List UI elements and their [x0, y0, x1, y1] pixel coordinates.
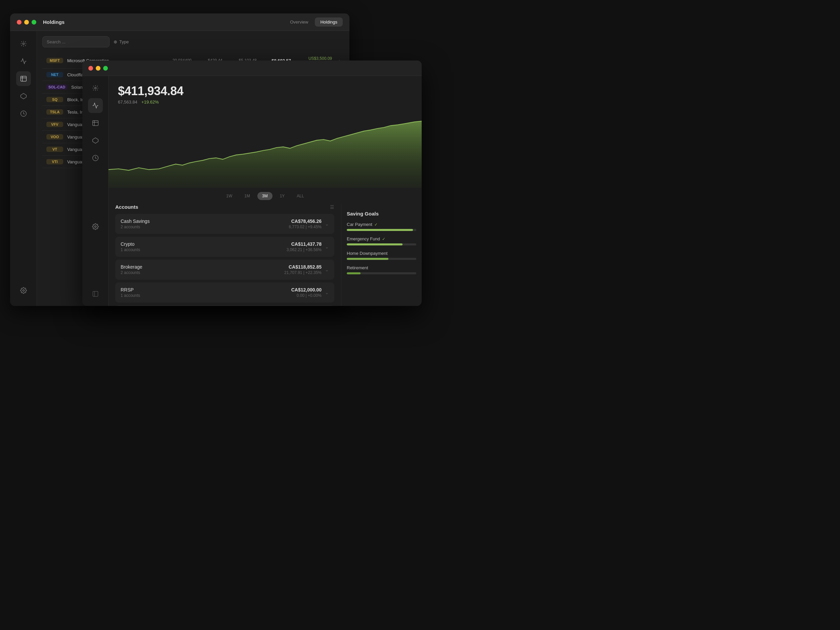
- goal-check-emergency: ✓: [382, 237, 385, 241]
- svg-rect-1: [21, 76, 26, 81]
- type-filter-label: Type: [119, 40, 129, 44]
- change-percent: +19.62%: [142, 100, 159, 104]
- ticker-badge: MSFT: [46, 58, 63, 63]
- ticker-badge: VOO: [46, 134, 63, 139]
- front-sidebar-portfolio[interactable]: [88, 116, 103, 130]
- svg-marker-7: [92, 138, 98, 144]
- account-name-brokerage: Brokerage: [121, 264, 142, 270]
- accounts-title: Accounts: [115, 204, 138, 210]
- account-right-crypto: CA$11,437.78 3,062.21 | +36.56% ⌄: [287, 241, 329, 252]
- account-value-group-crypto: CA$11,437.78 3,062.21 | +36.56%: [287, 241, 322, 252]
- type-filter[interactable]: ⊕ Type: [114, 40, 129, 44]
- svg-point-9: [95, 226, 96, 228]
- maximize-button[interactable]: [32, 20, 36, 25]
- front-sidebar-gear[interactable]: [88, 81, 103, 95]
- tab-overview[interactable]: Overview: [284, 17, 314, 27]
- account-count-brokerage: 2 accounts: [121, 270, 142, 275]
- portfolio-header: $411,934.84 67,563.84 +19.62%: [109, 76, 422, 107]
- account-count-rrsp: 1 accounts: [121, 293, 140, 298]
- goal-bar-bg-retirement: [347, 272, 416, 274]
- goal-bar-bg-car: [347, 229, 416, 231]
- sidebar-back: [10, 31, 37, 306]
- overview-window: $411,934.84 67,563.84 +19.62%: [82, 60, 422, 306]
- ticker-badge: SOL-CAD: [46, 84, 67, 90]
- portfolio-chart: [109, 107, 422, 188]
- sidebar-icon-chart[interactable]: [16, 54, 31, 68]
- account-chevron-crypto: ⌄: [325, 244, 329, 249]
- goal-header-car: Car Payment ✓: [347, 222, 416, 227]
- account-value-group-rrsp: CA$12,000.00 0.00 | +0.00%: [291, 287, 322, 298]
- account-card-rothira[interactable]: Roth IRA 2 accounts CA$134,607.34 23,967…: [115, 305, 334, 306]
- traffic-lights-back: [17, 20, 36, 25]
- collapse-panel-button[interactable]: [92, 290, 99, 301]
- titlebar-front: [82, 60, 422, 76]
- goal-bar-bg-emergency: [347, 244, 416, 245]
- account-right-brokerage: CA$118,852.85 21,707.91 | +22.35% ⌄: [284, 264, 329, 275]
- account-card-rrsp[interactable]: RRSP 1 accounts CA$12,000.00 0.00 | +0.0…: [115, 282, 334, 302]
- goal-item-retirement: Retirement: [347, 265, 416, 274]
- time-filter-1w[interactable]: 1W: [221, 192, 237, 200]
- front-sidebar-settings[interactable]: [88, 219, 103, 234]
- search-input[interactable]: [42, 36, 109, 47]
- tab-holdings[interactable]: Holdings: [315, 17, 343, 27]
- account-value-cash: CA$78,456.26: [289, 218, 322, 224]
- change-absolute: 67,563.84: [118, 100, 137, 104]
- accounts-list-icon[interactable]: ☰: [330, 204, 334, 210]
- close-button[interactable]: [17, 20, 22, 25]
- front-body: $411,934.84 67,563.84 +19.62%: [82, 76, 422, 306]
- goal-name-emergency: Emergency Fund: [347, 236, 380, 241]
- account-card-cash[interactable]: Cash Savings 2 accounts CA$78,456.26 6,7…: [115, 214, 334, 234]
- ticker-badge: VT: [46, 147, 63, 152]
- ticker-badge: VFV: [46, 122, 63, 127]
- chart-svg: [109, 107, 422, 188]
- account-chevron-cash: ⌄: [325, 221, 329, 226]
- desktop: Holdings Overview Holdings: [0, 0, 840, 630]
- sidebar-icon-history[interactable]: [16, 106, 31, 121]
- goal-name-downpayment: Home Downpayment: [347, 251, 387, 256]
- front-sidebar-history[interactable]: [88, 150, 103, 165]
- time-filter-1m[interactable]: 1M: [240, 192, 255, 200]
- front-sidebar-chart[interactable]: [88, 98, 103, 113]
- sidebar-icon-crypto[interactable]: [16, 89, 31, 103]
- sidebar-icon-gear[interactable]: [16, 36, 31, 51]
- goal-header-retirement: Retirement: [347, 265, 416, 270]
- svg-marker-2: [21, 93, 26, 99]
- time-filter-3m[interactable]: 3M: [257, 192, 273, 200]
- window-title-back: Holdings: [43, 19, 284, 25]
- chart-area: [109, 121, 422, 188]
- minimize-button-front[interactable]: [96, 66, 101, 71]
- goal-check-car: ✓: [374, 222, 378, 227]
- account-left-cash: Cash Savings 2 accounts: [121, 218, 150, 229]
- account-sub-rrsp: 0.00 | +0.00%: [291, 293, 322, 298]
- minimize-button[interactable]: [24, 20, 29, 25]
- account-name-crypto: Crypto: [121, 241, 140, 247]
- sidebar-icon-portfolio[interactable]: [16, 71, 31, 86]
- close-button-front[interactable]: [88, 66, 93, 71]
- account-card-brokerage[interactable]: Brokerage 2 accounts CA$118,852.85 21,70…: [115, 260, 334, 280]
- goal-name-car: Car Payment: [347, 222, 372, 227]
- sidebar-front: [82, 76, 109, 306]
- titlebar-back: Holdings Overview Holdings: [10, 13, 349, 31]
- goal-name-retirement: Retirement: [347, 265, 368, 270]
- time-filter-all[interactable]: ALL: [292, 192, 308, 200]
- ticker-badge: TSLA: [46, 109, 63, 115]
- front-sidebar-crypto[interactable]: [88, 133, 103, 148]
- filter-circle-icon: ⊕: [114, 40, 117, 44]
- accounts-section-header: Accounts ☰: [115, 204, 334, 210]
- sidebar-icon-settings[interactable]: [16, 283, 31, 298]
- account-card-crypto[interactable]: Crypto 1 accounts CA$11,437.78 3,062.21 …: [115, 237, 334, 257]
- account-value-group-cash: CA$78,456.26 6,773.02 | +9.45%: [289, 218, 322, 229]
- goal-header-downpayment: Home Downpayment: [347, 251, 416, 256]
- ticker-badge: NET: [46, 72, 63, 77]
- goal-item-emergency: Emergency Fund ✓: [347, 236, 416, 245]
- svg-point-4: [22, 290, 24, 291]
- goal-bar-fill-retirement: [347, 272, 360, 274]
- svg-point-0: [22, 43, 24, 45]
- time-filter-1y[interactable]: 1Y: [275, 192, 290, 200]
- goal-bar-fill-emergency: [347, 244, 403, 245]
- account-value-crypto: CA$11,437.78: [287, 241, 322, 247]
- maximize-button-front[interactable]: [103, 66, 108, 71]
- time-filters: 1W 1M 3M 1Y ALL: [109, 188, 422, 204]
- account-sub-crypto: 3,062.21 | +36.56%: [287, 247, 322, 252]
- goal-item-downpayment: Home Downpayment: [347, 251, 416, 260]
